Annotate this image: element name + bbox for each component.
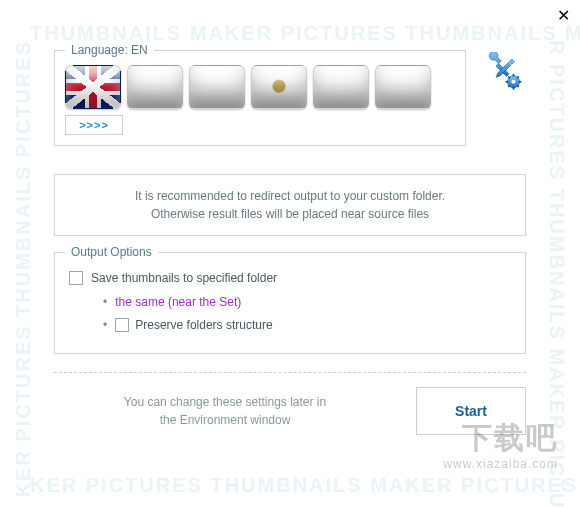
- bullet-icon: •: [103, 291, 107, 314]
- svg-point-1: [511, 80, 515, 84]
- output-options-group: Output Options Save thumbnails to specif…: [54, 252, 526, 354]
- language-legend: Language: EN: [65, 43, 154, 57]
- info-line-2: Otherwise result files will be placed ne…: [65, 205, 515, 223]
- flag-option-3[interactable]: [189, 65, 245, 109]
- flag-uk[interactable]: [65, 65, 121, 109]
- more-languages-button[interactable]: >>>>: [65, 115, 123, 135]
- info-line-1: It is recommended to redirect output to …: [65, 187, 515, 205]
- footer-note: You can change these settings later in t…: [54, 393, 396, 429]
- tools-icon[interactable]: [480, 50, 526, 96]
- flag-es[interactable]: [251, 65, 307, 109]
- svg-line-9: [517, 77, 519, 79]
- dialog-content: Language: EN >>>>: [0, 0, 580, 465]
- info-box: It is recommended to redirect output to …: [54, 174, 526, 236]
- close-icon[interactable]: ✕: [557, 6, 570, 25]
- separator: [54, 372, 526, 373]
- output-options-legend: Output Options: [65, 245, 158, 259]
- bullet-icon: •: [103, 314, 107, 337]
- flag-option-2[interactable]: [127, 65, 183, 109]
- save-thumbnails-checkbox[interactable]: [69, 271, 83, 285]
- preserve-folders-label: Preserve folders structure: [135, 314, 272, 337]
- same-folder-link[interactable]: the same (near the Set): [115, 291, 241, 314]
- flag-option-5[interactable]: [313, 65, 369, 109]
- save-thumbnails-label: Save thumbnails to specified folder: [91, 271, 277, 285]
- flag-option-6[interactable]: [375, 65, 431, 109]
- preserve-folders-checkbox[interactable]: [115, 318, 129, 332]
- svg-line-7: [517, 85, 519, 87]
- svg-line-6: [508, 77, 510, 79]
- svg-line-8: [508, 85, 510, 87]
- language-group: Language: EN >>>>: [54, 50, 466, 146]
- start-button[interactable]: Start: [416, 387, 526, 435]
